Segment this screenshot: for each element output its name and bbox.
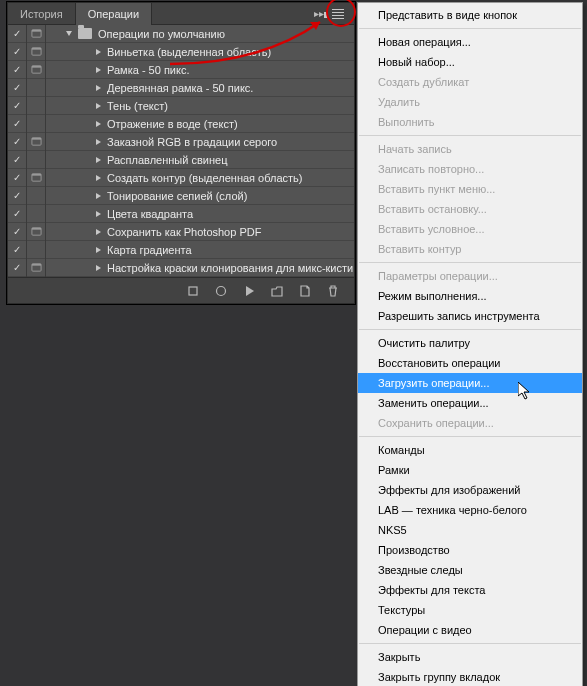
menu-item[interactable]: Эффекты для текста — [358, 580, 582, 600]
action-row[interactable]: ✓Создать контур (выделенная область) — [8, 169, 354, 187]
menu-item[interactable]: Очистить палитру — [358, 333, 582, 353]
action-row[interactable]: ✓Рамка - 50 пикс. — [8, 61, 354, 79]
record-icon[interactable] — [214, 284, 228, 298]
panel-menu: Представить в виде кнопокНовая операция.… — [357, 2, 583, 686]
action-row[interactable]: ✓Деревянная рамка - 50 пикс. — [8, 79, 354, 97]
check-icon[interactable]: ✓ — [8, 25, 27, 43]
check-icon[interactable]: ✓ — [8, 223, 27, 241]
dialog-toggle-icon[interactable] — [27, 223, 46, 241]
menu-item[interactable]: Команды — [358, 440, 582, 460]
svg-rect-3 — [31, 48, 40, 50]
menu-item[interactable]: Рамки — [358, 460, 582, 480]
dialog-toggle-icon[interactable] — [27, 61, 46, 79]
action-row[interactable]: ✓Настройка краски клонирования для микс-… — [8, 259, 354, 277]
menu-item[interactable]: Закрыть — [358, 647, 582, 667]
check-icon[interactable]: ✓ — [8, 169, 27, 187]
check-icon[interactable]: ✓ — [8, 259, 27, 277]
action-set-row[interactable]: ✓ Операции по умолчанию — [8, 25, 354, 43]
expand-icon[interactable] — [96, 49, 101, 55]
expand-icon[interactable] — [96, 247, 101, 253]
menu-item[interactable]: Заменить операции... — [358, 393, 582, 413]
menu-item: Вставить пункт меню... — [358, 179, 582, 199]
check-icon[interactable]: ✓ — [8, 79, 27, 97]
dialog-toggle-icon[interactable] — [27, 25, 46, 43]
menu-item[interactable]: Закрыть группу вкладок — [358, 667, 582, 686]
menu-separator — [359, 135, 581, 136]
expand-icon[interactable] — [66, 31, 72, 36]
panel-menu-button[interactable] — [330, 5, 348, 23]
menu-item[interactable]: Разрешить запись инструмента — [358, 306, 582, 326]
check-icon[interactable]: ✓ — [8, 133, 27, 151]
action-row[interactable]: ✓Сохранить как Photoshop PDF — [8, 223, 354, 241]
expand-icon[interactable] — [96, 157, 101, 163]
new-action-icon[interactable] — [298, 284, 312, 298]
action-row[interactable]: ✓Отражение в воде (текст) — [8, 115, 354, 133]
menu-item[interactable]: NKS5 — [358, 520, 582, 540]
check-icon[interactable]: ✓ — [8, 151, 27, 169]
menu-item[interactable]: Звездные следы — [358, 560, 582, 580]
expand-icon[interactable] — [96, 229, 101, 235]
action-row[interactable]: ✓Виньетка (выделенная область) — [8, 43, 354, 61]
action-row[interactable]: ✓Тонирование сепией (слой) — [8, 187, 354, 205]
menu-item[interactable]: Новая операция... — [358, 32, 582, 52]
menu-item[interactable]: Текстуры — [358, 600, 582, 620]
menu-item[interactable]: Представить в виде кнопок — [358, 5, 582, 25]
check-icon[interactable]: ✓ — [8, 115, 27, 133]
expand-icon[interactable] — [96, 139, 101, 145]
menu-item[interactable]: Производство — [358, 540, 582, 560]
expand-icon[interactable] — [96, 121, 101, 127]
menu-item[interactable]: Новый набор... — [358, 52, 582, 72]
expand-icon[interactable] — [96, 265, 101, 271]
dialog-toggle-icon[interactable] — [27, 43, 46, 61]
action-row[interactable]: ✓Заказной RGB в градации серого — [8, 133, 354, 151]
menu-item[interactable]: Операции с видео — [358, 620, 582, 640]
action-row[interactable]: ✓Цвета квадранта — [8, 205, 354, 223]
tab-operations[interactable]: Операции — [76, 3, 152, 25]
svg-rect-9 — [31, 174, 40, 176]
menu-item[interactable]: Восстановить операции — [358, 353, 582, 373]
expand-icon[interactable] — [96, 175, 101, 181]
menu-item: Вставить условное... — [358, 219, 582, 239]
actions-panel: История Операции ▸▸ ✓ Операции по умолча… — [7, 2, 355, 304]
dialog-toggle-icon[interactable] — [27, 97, 46, 115]
check-icon[interactable]: ✓ — [8, 97, 27, 115]
dialog-toggle-icon[interactable] — [27, 79, 46, 97]
menu-item[interactable]: LAB — техника черно-белого — [358, 500, 582, 520]
dialog-toggle-icon[interactable] — [27, 169, 46, 187]
action-row[interactable]: ✓Расплавленный свинец — [8, 151, 354, 169]
menu-item: Сохранить операции... — [358, 413, 582, 433]
expand-icon[interactable] — [96, 193, 101, 199]
menu-item: Записать повторно... — [358, 159, 582, 179]
dialog-toggle-icon[interactable] — [27, 259, 46, 277]
new-set-icon[interactable] — [270, 284, 284, 298]
action-label: Сохранить как Photoshop PDF — [107, 226, 261, 238]
dialog-toggle-icon[interactable] — [27, 187, 46, 205]
check-icon[interactable]: ✓ — [8, 43, 27, 61]
check-icon[interactable]: ✓ — [8, 205, 27, 223]
check-icon[interactable]: ✓ — [8, 241, 27, 259]
expand-icon[interactable] — [96, 85, 101, 91]
check-icon[interactable]: ✓ — [8, 61, 27, 79]
action-row[interactable]: ✓Карта градиента — [8, 241, 354, 259]
stop-icon[interactable] — [186, 284, 200, 298]
action-row[interactable]: ✓Тень (текст) — [8, 97, 354, 115]
dialog-toggle-icon[interactable] — [27, 115, 46, 133]
dialog-toggle-icon[interactable] — [27, 151, 46, 169]
action-label: Заказной RGB в градации серого — [107, 136, 277, 148]
trash-icon[interactable] — [326, 284, 340, 298]
play-icon[interactable] — [242, 284, 256, 298]
dialog-toggle-icon[interactable] — [27, 205, 46, 223]
menu-item[interactable]: Режим выполнения... — [358, 286, 582, 306]
check-icon[interactable]: ✓ — [8, 187, 27, 205]
menu-item: Параметры операции... — [358, 266, 582, 286]
menu-item[interactable]: Загрузить операции... — [358, 373, 582, 393]
expand-icon[interactable] — [96, 211, 101, 217]
actions-list: ✓ Операции по умолчанию ✓Виньетка (выдел… — [8, 25, 354, 277]
tab-history[interactable]: История — [8, 3, 76, 25]
menu-item[interactable]: Эффекты для изображений — [358, 480, 582, 500]
dialog-toggle-icon[interactable] — [27, 241, 46, 259]
dialog-toggle-icon[interactable] — [27, 133, 46, 151]
expand-icon[interactable] — [96, 103, 101, 109]
svg-marker-16 — [246, 286, 254, 296]
expand-icon[interactable] — [96, 67, 101, 73]
